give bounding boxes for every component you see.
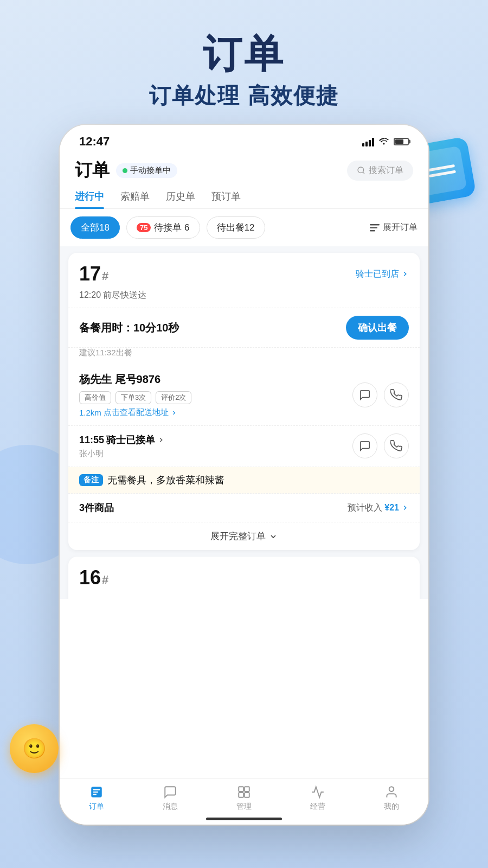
income-amount: ¥21 bbox=[384, 503, 399, 513]
chat-customer-button[interactable] bbox=[352, 382, 377, 407]
tab-claims[interactable]: 索赔单 bbox=[120, 190, 150, 208]
chat-rider-button[interactable] bbox=[352, 433, 377, 458]
phone-rider-icon bbox=[390, 440, 402, 452]
tag-high-value: 高价值 bbox=[79, 391, 111, 404]
order-summary-row: 3件商品 预计收入 ¥21 bbox=[68, 494, 420, 522]
rider-action-icons bbox=[352, 433, 409, 458]
filter-bar: 全部18 75 待接单 6 待出餐12 展开订单 bbox=[60, 209, 428, 246]
nav-analytics[interactable]: 经营 bbox=[310, 784, 325, 812]
meal-prep-row: 备餐用时：10分10秒 确认出餐 bbox=[68, 308, 420, 348]
svg-rect-1 bbox=[370, 224, 380, 226]
suggest-time: 建议11:32出餐 bbox=[68, 348, 420, 365]
search-icon bbox=[357, 166, 365, 175]
tag-order-count: 下单3次 bbox=[115, 391, 151, 404]
chevron-down-icon bbox=[269, 532, 278, 541]
nav-orders[interactable]: 订单 bbox=[89, 784, 104, 812]
svg-rect-2 bbox=[370, 227, 377, 228]
rider-status-chevron-icon bbox=[157, 436, 165, 444]
order-card-17: 17 # 骑士已到店 12:20 前尽快送达 备餐用 bbox=[68, 253, 420, 550]
nav-manage-label: 管理 bbox=[236, 802, 252, 812]
remark-badge: 备注 bbox=[79, 474, 103, 486]
profile-icon bbox=[384, 785, 399, 799]
customer-name: 杨先生 尾号9876 bbox=[79, 372, 352, 387]
order-card-16: 16 # bbox=[68, 557, 420, 599]
deco-coin: 🙂 bbox=[10, 724, 59, 773]
nav-analytics-label: 经营 bbox=[310, 802, 325, 812]
rider-time-status[interactable]: 11:55 骑士已接单 bbox=[79, 433, 165, 446]
chat-rider-icon bbox=[359, 440, 371, 452]
delivery-time-row: 12:20 前尽快送达 bbox=[68, 290, 420, 308]
estimated-income[interactable]: 预计收入 ¥21 bbox=[348, 502, 409, 514]
nav-manage[interactable]: 管理 bbox=[236, 784, 252, 812]
wifi-icon bbox=[378, 136, 389, 148]
phone-icon bbox=[390, 389, 402, 401]
auto-accept-badge[interactable]: 手动接单中 bbox=[116, 163, 177, 178]
chevron-right-small-icon bbox=[171, 410, 177, 416]
tab-in-progress[interactable]: 进行中 bbox=[75, 190, 104, 208]
customer-row: 杨先生 尾号9876 高价值 下单3次 评价2次 1.2km 点击查看配送地址 bbox=[68, 365, 420, 426]
phone-screen: 12:47 bbox=[60, 125, 428, 825]
filter-all[interactable]: 全部18 bbox=[70, 216, 120, 239]
filter-pending-meal[interactable]: 待出餐12 bbox=[207, 216, 265, 239]
phone-mockup: 12:47 bbox=[60, 125, 428, 825]
svg-rect-6 bbox=[93, 792, 99, 793]
analytics-nav-icon bbox=[310, 784, 325, 800]
analytics-icon bbox=[311, 785, 325, 799]
status-icons bbox=[362, 136, 409, 148]
orders-list: 17 # 骑士已到店 12:20 前尽快送达 备餐用 bbox=[60, 246, 428, 599]
tab-bar: 进行中 索赔单 历史单 预订单 bbox=[60, 182, 428, 209]
nav-profile[interactable]: 我的 bbox=[384, 784, 399, 812]
meal-prep-text: 备餐用时：10分10秒 bbox=[79, 321, 179, 335]
page-subtitle: 订单处理 高效便捷 bbox=[0, 81, 488, 111]
app-title-group: 订单 手动接单中 bbox=[75, 158, 177, 182]
tab-reservations[interactable]: 预订单 bbox=[211, 190, 241, 208]
status-time: 12:47 bbox=[79, 135, 110, 149]
svg-rect-5 bbox=[93, 789, 100, 790]
signal-icon bbox=[362, 137, 374, 146]
status-bar: 12:47 bbox=[60, 125, 428, 153]
battery-icon bbox=[394, 138, 409, 145]
customer-tags: 高价值 下单3次 评价2次 bbox=[79, 391, 352, 404]
remark-text: 无需餐具，多放香菜和辣酱 bbox=[107, 474, 224, 487]
nav-messages[interactable]: 消息 bbox=[163, 784, 178, 812]
filter-pending-accept[interactable]: 75 待接单 6 bbox=[126, 216, 200, 239]
rider-row: 11:55 骑士已接单 张小明 bbox=[68, 426, 420, 467]
green-dot-icon bbox=[123, 168, 127, 173]
home-indicator bbox=[206, 818, 282, 820]
svg-rect-11 bbox=[245, 793, 249, 797]
profile-nav-icon bbox=[384, 784, 399, 800]
tab-history[interactable]: 历史单 bbox=[166, 190, 195, 208]
list-icon bbox=[370, 224, 380, 232]
app-header-row: 订单 手动接单中 搜索订单 bbox=[75, 158, 413, 182]
manage-nav-icon bbox=[236, 784, 252, 800]
svg-rect-3 bbox=[370, 230, 375, 232]
nav-orders-label: 订单 bbox=[89, 802, 104, 812]
svg-rect-7 bbox=[93, 794, 97, 795]
customer-info: 杨先生 尾号9876 高价值 下单3次 评价2次 1.2km 点击查看配送地址 bbox=[79, 372, 352, 418]
svg-point-0 bbox=[358, 167, 364, 173]
remark-row: 备注 无需餐具，多放香菜和辣酱 bbox=[68, 467, 420, 494]
svg-rect-9 bbox=[245, 787, 249, 792]
customer-address[interactable]: 1.2km 点击查看配送地址 bbox=[79, 407, 352, 418]
call-customer-button[interactable] bbox=[384, 382, 409, 407]
nav-profile-label: 我的 bbox=[384, 802, 399, 812]
search-button[interactable]: 搜索订单 bbox=[347, 161, 413, 181]
order-number-17: 17 # bbox=[79, 263, 108, 285]
manage-icon bbox=[237, 785, 251, 799]
svg-rect-10 bbox=[239, 793, 243, 797]
app-title: 订单 bbox=[75, 158, 110, 182]
svg-rect-8 bbox=[239, 787, 243, 792]
deco-line-2 bbox=[429, 170, 456, 178]
coin-face-icon: 🙂 bbox=[22, 737, 47, 760]
expand-full-order-button[interactable]: 展开完整订单 bbox=[68, 522, 420, 550]
chevron-right-icon bbox=[401, 270, 409, 278]
income-chevron-icon bbox=[401, 504, 409, 512]
call-rider-button[interactable] bbox=[384, 433, 409, 458]
app-header: 订单 手动接单中 搜索订单 bbox=[60, 153, 428, 182]
rider-name: 张小明 bbox=[79, 449, 165, 459]
header-section: 订单 订单处理 高效便捷 bbox=[0, 0, 488, 127]
orders-nav-icon bbox=[89, 784, 104, 800]
expand-orders-button[interactable]: 展开订单 bbox=[370, 222, 418, 233]
rider-arrived-status[interactable]: 骑士已到店 bbox=[356, 269, 409, 280]
confirm-meal-button[interactable]: 确认出餐 bbox=[346, 316, 409, 340]
